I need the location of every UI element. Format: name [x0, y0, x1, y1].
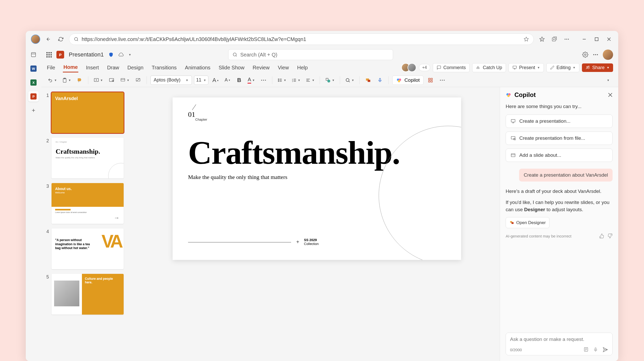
- thumb-row-2[interactable]: 2 01 / Chapter Craftsmanship. Make the q…: [45, 138, 129, 178]
- address-bar[interactable]: https://onedrive.live.com/:w:/t/EaCKkPs6…: [69, 34, 534, 45]
- copilot-input-box[interactable]: 0/2000: [506, 333, 613, 355]
- align-button[interactable]: ▼: [304, 75, 316, 85]
- slide-thumb-2[interactable]: 01 / Chapter Craftsmanship. Make the qua…: [52, 138, 124, 178]
- svg-rect-51: [511, 136, 515, 139]
- grow-font-button[interactable]: A▴: [210, 75, 220, 85]
- designer-button[interactable]: [363, 75, 373, 85]
- suggestion-add-slide[interactable]: Add a slide about...: [506, 149, 613, 162]
- send-icon[interactable]: [603, 347, 608, 352]
- main-column: P Presentation1 ▼ Search (Alt + Q): [41, 47, 618, 361]
- mic-icon[interactable]: [593, 347, 598, 352]
- copilot-pane: Copilot Here are some things you can try…: [500, 87, 618, 361]
- slide-thumb-3[interactable]: About us.Welcome Lorem ipsum dolor sit a…: [52, 183, 124, 224]
- thumb-row-1[interactable]: 1 VanArsdel: [45, 92, 129, 133]
- svg-point-14: [588, 66, 589, 67]
- ribbon-more-icon[interactable]: [437, 75, 447, 85]
- numbering-button[interactable]: 123▼: [290, 75, 302, 85]
- thumbs-up-icon[interactable]: [599, 233, 604, 239]
- plus-decoration: +: [296, 239, 299, 245]
- menu-review[interactable]: Review: [252, 63, 270, 72]
- menu-slideshow[interactable]: Slide Show: [218, 63, 245, 72]
- favorite-icon[interactable]: [524, 37, 529, 42]
- dictate-button[interactable]: [375, 75, 385, 85]
- bold-button[interactable]: B: [234, 75, 244, 85]
- menu-animations[interactable]: Animations: [184, 63, 211, 72]
- grid-view-button[interactable]: [426, 75, 435, 85]
- more-icon[interactable]: [563, 35, 571, 43]
- ai-disclaimer: AI-generated content may be incorrect: [506, 233, 613, 239]
- font-color-button[interactable]: A▼: [246, 75, 256, 85]
- slide-layout-button[interactable]: ▼: [118, 75, 131, 85]
- more-font-icon[interactable]: [259, 75, 268, 85]
- font-size-select[interactable]: 11▼: [194, 76, 209, 85]
- font-name-select[interactable]: Aptos (Body)▼: [150, 76, 192, 85]
- shield-icon[interactable]: [108, 52, 114, 58]
- sync-icon[interactable]: [118, 52, 124, 58]
- profile-avatar[interactable]: [31, 35, 40, 44]
- settings-icon[interactable]: [582, 52, 588, 58]
- present-button[interactable]: Present ▼: [509, 63, 544, 72]
- tab-icon[interactable]: [28, 50, 39, 60]
- menu-help[interactable]: Help: [296, 63, 308, 72]
- suggestion-create-presentation[interactable]: Create a presentation...: [506, 114, 613, 128]
- close-icon[interactable]: [608, 93, 613, 97]
- word-app-icon[interactable]: W: [28, 63, 39, 74]
- new-slide-button[interactable]: ▼: [92, 75, 105, 85]
- menu-file[interactable]: File: [46, 63, 56, 72]
- back-button[interactable]: [44, 35, 53, 43]
- thumb-row-4[interactable]: 4 VA "A person without imagination is li…: [45, 228, 129, 269]
- svg-point-10: [595, 54, 596, 55]
- collapse-ribbon-icon[interactable]: ▼: [603, 75, 613, 85]
- undo-button[interactable]: ▼: [46, 75, 58, 85]
- user-avatar[interactable]: [603, 50, 613, 60]
- add-app-icon[interactable]: [28, 105, 39, 116]
- find-button[interactable]: ▼: [344, 75, 356, 85]
- shapes-button[interactable]: ▼: [324, 75, 336, 85]
- share-button[interactable]: Share ▼: [582, 63, 613, 72]
- format-painter-button[interactable]: [75, 75, 84, 85]
- excel-app-icon[interactable]: X: [28, 77, 39, 88]
- suggestion-from-file[interactable]: Create presentation from file...: [506, 132, 613, 145]
- paste-button[interactable]: ▼: [61, 75, 73, 85]
- slide-thumb-5[interactable]: Culture and people here.: [52, 274, 124, 315]
- footer-line: [188, 242, 291, 242]
- collections-icon[interactable]: [550, 35, 558, 43]
- minimize-button[interactable]: [580, 35, 588, 43]
- shrink-font-button[interactable]: A▾: [222, 75, 232, 85]
- svg-point-24: [265, 80, 266, 81]
- comments-button[interactable]: Comments: [433, 63, 470, 72]
- menu-insert[interactable]: Insert: [86, 63, 99, 72]
- template-icon[interactable]: [583, 347, 589, 352]
- favorites-icon[interactable]: [538, 35, 546, 43]
- hide-slide-button[interactable]: [133, 75, 143, 85]
- more-icon[interactable]: [592, 52, 599, 58]
- slide-thumb-4[interactable]: VA "A person without imagination is like…: [52, 228, 124, 269]
- layout-button[interactable]: [107, 75, 116, 85]
- current-slide[interactable]: 01 Chapter Craftsmanship. Make the quali…: [173, 97, 461, 260]
- maximize-button[interactable]: [592, 35, 601, 43]
- menu-view[interactable]: View: [277, 63, 289, 72]
- catchup-button[interactable]: Catch Up: [472, 63, 506, 72]
- close-button[interactable]: [605, 35, 613, 43]
- thumb-row-5[interactable]: 5 Culture and people here.: [45, 274, 129, 315]
- copilot-ribbon-button[interactable]: Copilot: [392, 76, 423, 85]
- menu-transitions[interactable]: Transitions: [151, 63, 177, 72]
- copilot-text-input[interactable]: [510, 337, 608, 342]
- app-launcher-icon[interactable]: [46, 52, 52, 58]
- slide-thumb-1[interactable]: VanArsdel: [52, 92, 124, 133]
- menu-draw[interactable]: Draw: [107, 63, 120, 72]
- open-designer-button[interactable]: Open Designer: [506, 217, 549, 228]
- menu-home[interactable]: Home: [63, 63, 78, 72]
- thumbs-down-icon[interactable]: [607, 233, 613, 239]
- editing-button[interactable]: Editing ▼: [546, 63, 579, 72]
- bullets-button[interactable]: ▼: [276, 75, 288, 85]
- powerpoint-app-icon[interactable]: P: [28, 91, 39, 102]
- chevron-down-icon[interactable]: ▼: [129, 53, 131, 56]
- refresh-button[interactable]: [57, 35, 65, 43]
- collaborator-avatar[interactable]: [408, 63, 416, 72]
- search-input[interactable]: Search (Alt + Q): [228, 49, 393, 60]
- collaborator-count[interactable]: +4: [419, 64, 430, 71]
- menu-design[interactable]: Design: [127, 63, 144, 72]
- document-title[interactable]: Presentation1: [69, 51, 104, 58]
- thumb-row-3[interactable]: 3 About us.Welcome Lorem ipsum dolor sit…: [45, 183, 129, 224]
